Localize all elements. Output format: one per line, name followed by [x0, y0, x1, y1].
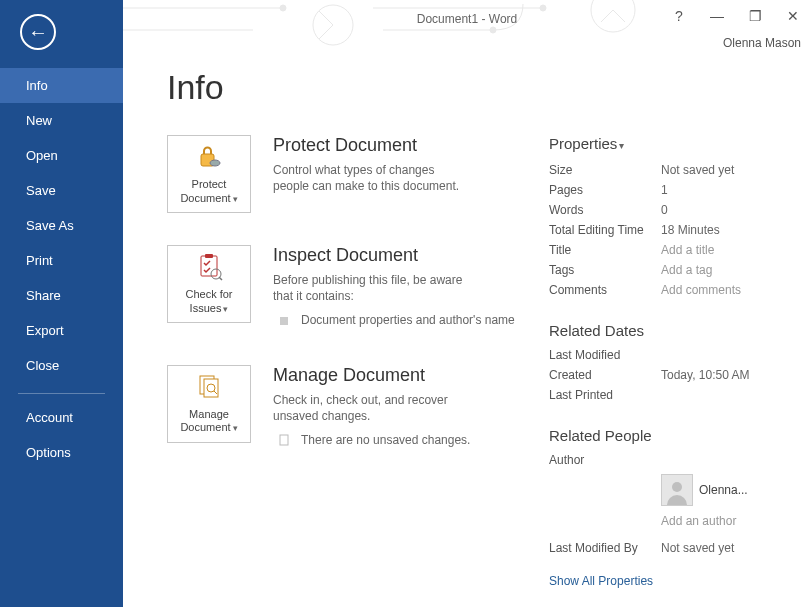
versions-icon [195, 373, 223, 404]
svg-point-15 [672, 482, 682, 492]
modified-by-value: Not saved yet [661, 541, 734, 555]
related-people-heading: Related People [549, 427, 795, 444]
protect-desc: Control what types of changes people can… [273, 162, 473, 194]
account-username[interactable]: Olenna Mason [723, 36, 801, 50]
nav-export[interactable]: Export [0, 313, 123, 348]
check-for-issues-button-label: Check for Issues▾ [168, 288, 250, 314]
protect-heading: Protect Document [273, 135, 473, 156]
prop-pages-value: 1 [661, 183, 668, 197]
prop-size-value: Not saved yet [661, 163, 734, 177]
close-button[interactable]: ✕ [781, 8, 805, 24]
back-button[interactable]: ← [20, 14, 56, 50]
protect-document-button[interactable]: Protect Document▾ [167, 135, 251, 213]
manage-desc: Check in, check out, and recover unsaved… [273, 392, 473, 424]
nav-options[interactable]: Options [0, 435, 123, 470]
manage-block: Manage Document▾ Manage Document Check i… [167, 365, 537, 453]
nav-separator [18, 393, 105, 394]
help-button[interactable]: ? [667, 8, 691, 24]
main-panel: Info Protect Document▾ Protect Docum [123, 50, 811, 607]
manage-document-button-label: Manage Document▾ [168, 408, 250, 434]
prop-tags-value[interactable]: Add a tag [661, 263, 712, 277]
date-printed-label: Last Printed [549, 388, 661, 402]
nav-close[interactable]: Close [0, 348, 123, 383]
properties-dropdown[interactable]: Properties▾ [549, 135, 795, 152]
svg-point-1 [591, 0, 635, 32]
prop-words-value: 0 [661, 203, 668, 217]
manage-heading: Manage Document [273, 365, 473, 386]
svg-rect-8 [205, 254, 213, 258]
nav-share[interactable]: Share [0, 278, 123, 313]
date-created-value: Today, 10:50 AM [661, 368, 750, 382]
lock-icon [195, 143, 223, 174]
checklist-icon [195, 253, 223, 284]
prop-edit-time-label: Total Editing Time [549, 223, 661, 237]
related-dates-heading: Related Dates [549, 322, 795, 339]
check-for-issues-button[interactable]: Check for Issues▾ [167, 245, 251, 323]
svg-rect-12 [204, 379, 218, 397]
main-left-column: Protect Document▾ Protect Document Contr… [167, 135, 537, 588]
nav-save[interactable]: Save [0, 173, 123, 208]
author-name[interactable]: Olenna... [699, 483, 748, 497]
svg-point-3 [490, 27, 496, 33]
titlebar: Document1 - Word ? — ❐ ✕ Olenna Mason [123, 0, 811, 50]
nav-account[interactable]: Account [0, 400, 123, 435]
date-created-label: Created [549, 368, 661, 382]
nav-open[interactable]: Open [0, 138, 123, 173]
manage-item: There are no unsaved changes. [273, 432, 473, 448]
nav-info[interactable]: Info [0, 68, 123, 103]
svg-rect-10 [280, 317, 288, 325]
svg-point-4 [540, 5, 546, 11]
manage-document-button[interactable]: Manage Document▾ [167, 365, 251, 443]
svg-point-6 [210, 160, 220, 166]
prop-words-label: Words [549, 203, 661, 217]
svg-point-0 [313, 5, 353, 45]
show-all-properties-link[interactable]: Show All Properties [549, 574, 653, 588]
inspect-item: Document properties and author's name [273, 312, 515, 328]
inspect-heading: Inspect Document [273, 245, 515, 266]
arrow-left-icon: ← [28, 22, 48, 42]
modified-by-label: Last Modified By [549, 541, 661, 555]
prop-edit-time-value: 18 Minutes [661, 223, 720, 237]
prop-pages-label: Pages [549, 183, 661, 197]
avatar [661, 474, 693, 506]
properties-panel: Properties▾ SizeNot saved yet Pages1 Wor… [537, 135, 795, 588]
nav-save-as[interactable]: Save As [0, 208, 123, 243]
add-author-link[interactable]: Add an author [661, 514, 795, 528]
inspect-desc: Before publishing this file, be aware th… [273, 272, 473, 304]
prop-title-label: Title [549, 243, 661, 257]
sidebar: ← Info New Open Save Save As Print Share… [0, 0, 123, 607]
prop-comments-value[interactable]: Add comments [661, 283, 741, 297]
prop-comments-label: Comments [549, 283, 661, 297]
svg-rect-14 [280, 435, 288, 445]
prop-size-label: Size [549, 163, 661, 177]
prop-title-value[interactable]: Add a title [661, 243, 714, 257]
nav-print[interactable]: Print [0, 243, 123, 278]
restore-button[interactable]: ❐ [743, 8, 767, 24]
document-title: Document1 - Word [417, 12, 517, 26]
date-modified-label: Last Modified [549, 348, 661, 362]
page-title: Info [167, 68, 795, 107]
doc-bullet-icon [279, 434, 289, 444]
inspect-block: Check for Issues▾ Inspect Document Befor… [167, 245, 537, 333]
protect-document-button-label: Protect Document▾ [168, 178, 250, 204]
prop-tags-label: Tags [549, 263, 661, 277]
minimize-button[interactable]: — [705, 8, 729, 24]
nav-new[interactable]: New [0, 103, 123, 138]
protect-block: Protect Document▾ Protect Document Contr… [167, 135, 537, 213]
svg-rect-7 [201, 256, 217, 276]
svg-point-2 [280, 5, 286, 11]
author-label: Author [549, 453, 661, 467]
square-bullet-icon [279, 314, 289, 324]
